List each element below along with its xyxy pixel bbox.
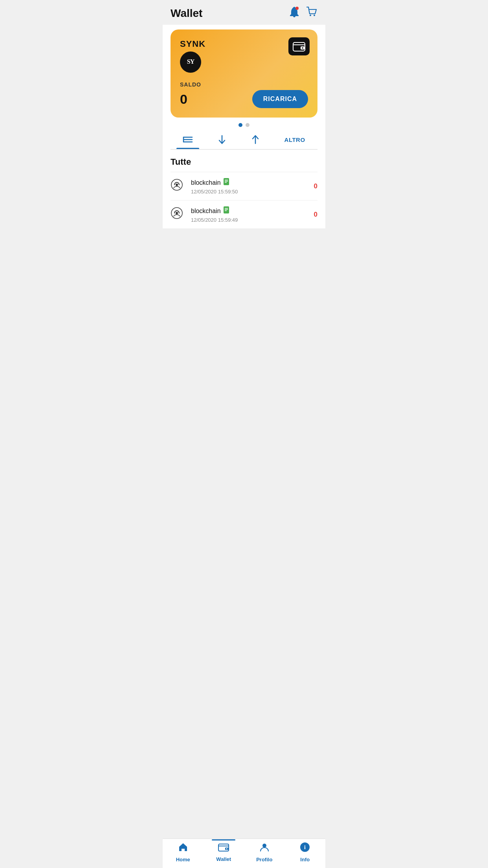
svg-rect-16 <box>224 178 229 185</box>
balance-row: 0 RICARICA <box>180 90 308 108</box>
table-row: blockchain 12/05/2020 15:59:50 0 <box>171 172 317 200</box>
wallet-card: SYNK SY SALDO 0 RICARICA <box>171 29 317 118</box>
page-title: Wallet <box>171 7 202 20</box>
card-wallet-icon <box>288 37 310 55</box>
tx-date-2: 12/05/2020 15:59:49 <box>191 217 314 223</box>
tab-outgoing[interactable] <box>245 131 266 149</box>
svg-point-0 <box>295 7 299 10</box>
filter-tabs: ALTRO <box>171 127 317 150</box>
card-logo: SY <box>180 51 201 73</box>
bell-icon[interactable] <box>289 6 299 20</box>
tab-incoming[interactable] <box>211 131 233 149</box>
tx-icon-1 <box>171 178 185 194</box>
balance-value: 0 <box>180 92 187 107</box>
tx-receipt-icon-2 <box>223 206 229 216</box>
svg-rect-22 <box>224 206 229 213</box>
tab-all[interactable] <box>176 132 199 148</box>
tab-altro[interactable]: ALTRO <box>278 132 312 148</box>
svg-point-15 <box>176 184 178 186</box>
altro-label: ALTRO <box>284 136 305 143</box>
tx-icon-2 <box>171 207 185 222</box>
svg-text:SY: SY <box>187 58 195 64</box>
pagination-dots <box>171 118 317 127</box>
header-icons <box>289 6 317 20</box>
header: Wallet <box>163 0 325 25</box>
tx-details-1: blockchain 12/05/2020 15:59:50 <box>191 178 314 195</box>
dot-1[interactable] <box>238 123 242 127</box>
tx-amount-1: 0 <box>314 182 317 190</box>
svg-point-1 <box>310 15 311 16</box>
card-section: SYNK SY SALDO 0 RICARICA <box>163 25 325 150</box>
recharge-button[interactable]: RICARICA <box>252 90 308 108</box>
table-row: blockchain 12/05/2020 15:59:49 0 <box>171 200 317 228</box>
svg-point-21 <box>176 212 178 214</box>
tx-amount-2: 0 <box>314 211 317 219</box>
svg-point-5 <box>302 47 303 49</box>
tx-receipt-icon-1 <box>223 178 229 188</box>
cart-icon[interactable] <box>306 7 317 20</box>
tx-name-row-1: blockchain <box>191 178 314 188</box>
transactions-header: Tutte <box>171 150 317 172</box>
dot-2[interactable] <box>246 123 250 127</box>
balance-label: SALDO <box>180 81 308 88</box>
tx-name-1: blockchain <box>191 179 221 186</box>
tx-date-1: 12/05/2020 15:59:50 <box>191 189 314 195</box>
svg-point-2 <box>314 15 315 16</box>
tx-name-2: blockchain <box>191 208 221 215</box>
logo-text: SY <box>183 53 198 71</box>
tx-details-2: blockchain 12/05/2020 15:59:49 <box>191 206 314 223</box>
transactions-section: Tutte blockchain <box>163 150 325 228</box>
tx-name-row-2: blockchain <box>191 206 314 216</box>
